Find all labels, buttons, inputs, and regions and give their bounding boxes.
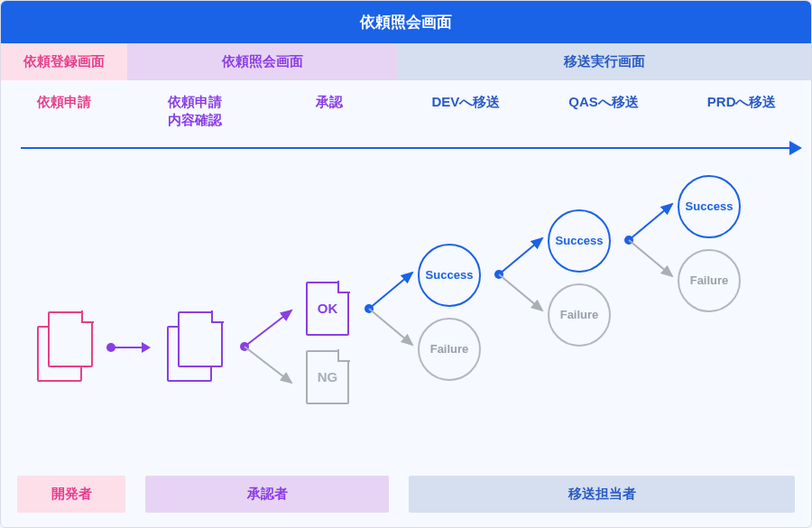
confirm-doc-icon xyxy=(167,311,223,382)
step-transfer-dev: DEVへ移送 xyxy=(397,93,535,130)
step-approve: 承認 xyxy=(262,93,397,130)
approval-ok-doc: OK xyxy=(306,282,349,336)
svg-line-3 xyxy=(369,309,412,345)
prd-failure-label: Failure xyxy=(690,273,729,287)
dev-success-circle: Success xyxy=(418,244,481,307)
screen-register: 依頼登録画面 xyxy=(1,43,127,80)
screen-inquiry: 依頼照会画面 xyxy=(127,43,398,80)
role-operator: 移送担当者 xyxy=(409,476,795,513)
qas-failure-circle: Failure xyxy=(548,283,611,347)
step-confirm: 依頼申請 内容確認 xyxy=(127,93,263,130)
screen-transfer: 移送実行画面 xyxy=(398,43,811,80)
role-developer: 開発者 xyxy=(17,476,125,513)
dev-success-label: Success xyxy=(426,268,474,282)
approval-ng-label: NG xyxy=(318,369,338,384)
qas-success-label: Success xyxy=(556,234,604,247)
screen-group-row: 依頼登録画面 依頼照会画面 移送実行画面 xyxy=(1,43,811,80)
prd-success-circle: Success xyxy=(678,175,741,238)
role-row: 開発者 承認者 移送担当者 xyxy=(1,476,811,513)
timeline-arrow xyxy=(21,143,802,153)
dev-failure-circle: Failure xyxy=(418,318,481,381)
qas-success-circle: Success xyxy=(548,209,611,273)
svg-line-0 xyxy=(245,310,291,347)
dev-failure-label: Failure xyxy=(430,342,469,356)
svg-line-1 xyxy=(245,347,291,383)
svg-line-2 xyxy=(369,273,412,309)
step-transfer-qas: QASへ移送 xyxy=(535,93,673,130)
role-approver: 承認者 xyxy=(145,476,389,513)
svg-line-6 xyxy=(629,204,672,240)
prd-success-label: Success xyxy=(686,199,734,213)
page-title: 依頼照会画面 xyxy=(360,14,452,31)
step-label-row: 依頼申請 依頼申請 内容確認 承認 DEVへ移送 QASへ移送 PRDへ移送 xyxy=(1,80,811,139)
svg-line-4 xyxy=(499,238,542,274)
svg-line-5 xyxy=(499,274,542,310)
flow-diagram: OK NG Success Failure xyxy=(1,153,811,424)
prd-failure-circle: Failure xyxy=(678,249,741,312)
svg-line-7 xyxy=(629,240,672,276)
step-request: 依頼申請 xyxy=(1,93,127,130)
request-doc-icon xyxy=(37,311,93,382)
approval-ok-label: OK xyxy=(318,301,338,316)
arrow-request-to-confirm xyxy=(111,347,149,348)
title-bar: 依頼照会画面 xyxy=(1,1,811,43)
step-transfer-prd: PRDへ移送 xyxy=(672,93,811,130)
approval-ng-doc: NG xyxy=(306,350,349,404)
qas-failure-label: Failure xyxy=(560,308,599,321)
